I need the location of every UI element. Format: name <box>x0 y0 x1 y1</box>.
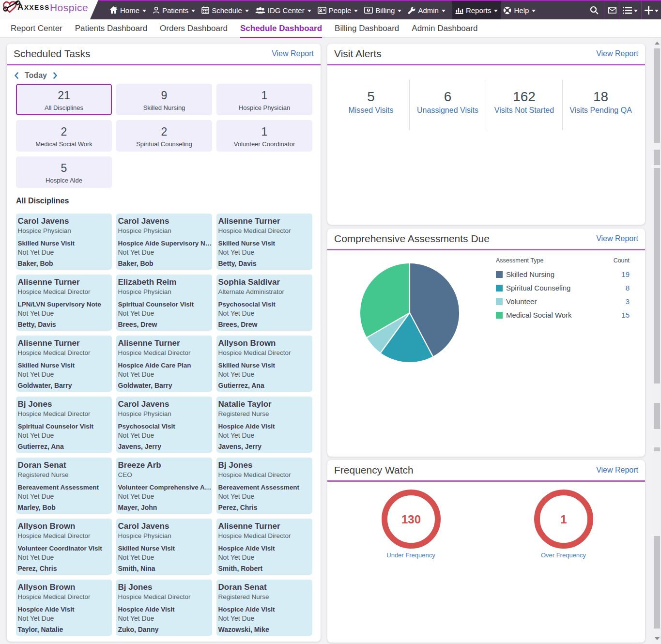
svg-text:1: 1 <box>560 513 567 526</box>
svg-text:130: 130 <box>401 513 420 526</box>
